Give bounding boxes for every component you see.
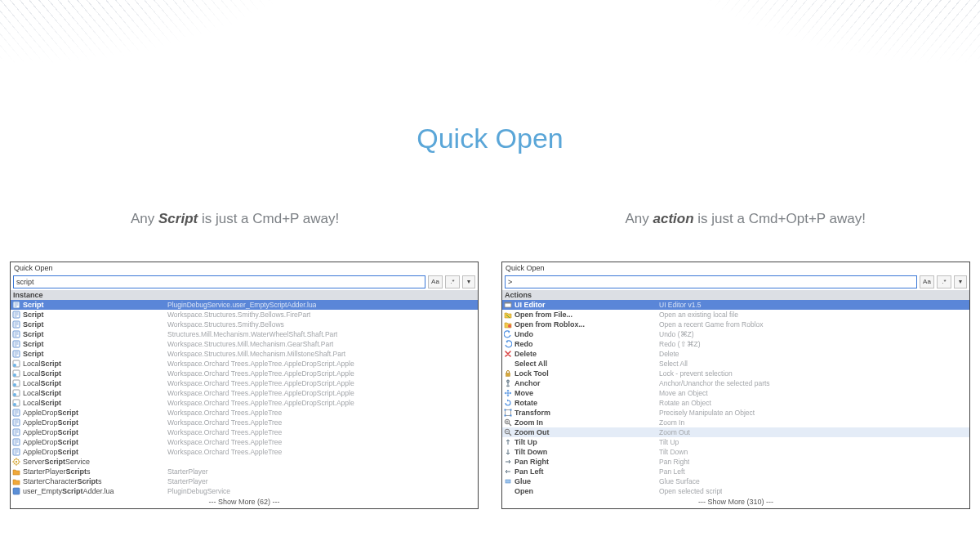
result-row[interactable]: AppleDropScriptWorkspace.Orchard Trees.A…: [11, 437, 478, 447]
result-row[interactable]: Open from File...Open an existing local …: [502, 310, 969, 320]
result-path: Zoom In: [659, 418, 684, 427]
result-row[interactable]: LocalScriptWorkspace.Orchard Trees.Apple…: [11, 359, 478, 369]
blank-icon: [504, 487, 512, 495]
emph: action: [653, 211, 694, 226]
result-row[interactable]: ScriptWorkspace.Structures.Mill.Mechanis…: [11, 349, 478, 359]
result-row[interactable]: ScriptPluginDebugService.user_EmptyScrip…: [11, 300, 478, 310]
result-row[interactable]: Tilt UpTilt Up: [502, 437, 969, 447]
zoom-in-icon: [504, 418, 512, 427]
result-row[interactable]: LocalScriptWorkspace.Orchard Trees.Apple…: [11, 369, 478, 378]
result-row[interactable]: GlueGlue Surface: [502, 476, 969, 486]
result-row[interactable]: Select AllSelect All: [502, 359, 969, 369]
result-path: Workspace.Orchard Trees.AppleTree.AppleD…: [167, 379, 354, 387]
result-row[interactable]: Open from Roblox...Open a recent Game fr…: [502, 320, 969, 329]
result-name: LocalScript: [23, 369, 61, 378]
result-row[interactable]: Pan RightPan Right: [502, 457, 969, 467]
result-name: Redo: [514, 340, 533, 348]
text: is just a Cmd+P away!: [198, 211, 339, 226]
result-row[interactable]: AppleDropScriptWorkspace.Orchard Trees.A…: [11, 427, 478, 437]
result-row[interactable]: ScriptWorkspace.Structures.Mill.Mechanis…: [11, 339, 478, 349]
pan-right-icon: [504, 458, 512, 466]
quick-open-panel-scripts: Quick Open Aa .* ▾ Instance ScriptPlugin…: [10, 262, 479, 509]
result-row[interactable]: StarterCharacterScriptsStarterPlayer: [11, 476, 478, 486]
result-name: Select All: [514, 360, 547, 368]
result-row[interactable]: TransformPrecisely Manipulate an Object: [502, 408, 969, 418]
glue-icon: [504, 477, 512, 485]
result-row[interactable]: AppleDropScriptWorkspace.Orchard Trees.A…: [11, 447, 478, 457]
result-name: Pan Right: [514, 458, 549, 466]
result-name: Lock Tool: [514, 369, 549, 378]
regex-button[interactable]: .*: [445, 275, 460, 288]
filter-dropdown-button[interactable]: ▾: [954, 275, 967, 288]
result-row[interactable]: LocalScriptWorkspace.Orchard Trees.Apple…: [11, 378, 478, 388]
result-name: Delete: [514, 350, 537, 358]
delete-icon: [504, 350, 512, 358]
result-name: Tilt Down: [514, 448, 547, 456]
match-case-button[interactable]: Aa: [428, 275, 443, 288]
text: Any: [626, 211, 653, 226]
result-row[interactable]: Lock ToolLock - prevent selection: [502, 369, 969, 378]
result-row[interactable]: RotateRotate an Object: [502, 398, 969, 408]
result-row[interactable]: Pan LeftPan Left: [502, 467, 969, 476]
result-name: Glue: [514, 477, 531, 485]
result-row[interactable]: Zoom InZoom In: [502, 418, 969, 427]
regex-button[interactable]: .*: [937, 275, 951, 288]
result-path: Workspace.Structures.Mill.Mechanism.Gear…: [167, 340, 333, 348]
result-path: Precisely Manipulate an Object: [659, 409, 755, 417]
result-name: Script: [23, 350, 44, 358]
blank-icon: [504, 360, 512, 368]
quick-open-panel-actions: Quick Open Aa .* ▾ Actions UI EditorUI E…: [501, 262, 970, 509]
script-icon: [12, 428, 20, 436]
zoom-out-icon: [504, 428, 512, 436]
tilt-down-icon: [504, 448, 512, 456]
result-path: Move an Object: [659, 389, 708, 397]
result-row[interactable]: Zoom OutZoom Out: [502, 427, 969, 437]
result-name: Open from Roblox...: [514, 320, 585, 329]
result-row[interactable]: OpenOpen selected script: [502, 486, 969, 496]
result-row[interactable]: ScriptWorkspace.Structures.Smithy.Bellow…: [11, 310, 478, 320]
result-name: AppleDropScript: [23, 409, 78, 417]
text: is just a Cmd+Opt+P away!: [694, 211, 866, 226]
result-row[interactable]: LocalScriptWorkspace.Orchard Trees.Apple…: [11, 388, 478, 398]
result-row[interactable]: RedoRedo (⇧⌘Z): [502, 339, 969, 349]
text: Any: [131, 211, 158, 226]
result-row[interactable]: MoveMove an Object: [502, 388, 969, 398]
script-icon: [12, 301, 20, 309]
script-icon: [12, 350, 20, 358]
result-row[interactable]: AppleDropScriptWorkspace.Orchard Trees.A…: [11, 418, 478, 427]
result-name: Rotate: [514, 399, 537, 407]
result-row[interactable]: ScriptStructures.Mill.Mechanism.WaterWhe…: [11, 329, 478, 339]
result-path: StarterPlayer: [167, 477, 208, 485]
result-path: Workspace.Orchard Trees.AppleTree: [167, 418, 282, 427]
page-title: Quick Open: [0, 123, 980, 154]
result-path: PluginDebugService.user_EmptyScriptAdder…: [167, 301, 316, 309]
result-row[interactable]: UI EditorUI Editor v1.5: [502, 300, 969, 310]
result-row[interactable]: user_EmptyScriptAdder.luaPluginDebugServ…: [11, 486, 478, 496]
filter-dropdown-button[interactable]: ▾: [462, 275, 475, 288]
match-case-button[interactable]: Aa: [920, 275, 934, 288]
result-row[interactable]: StarterPlayerScriptsStarterPlayer: [11, 467, 478, 476]
show-more-button[interactable]: --- Show More (310) ---: [502, 496, 969, 508]
result-path: Workspace.Orchard Trees.AppleTree: [167, 428, 282, 436]
result-row[interactable]: ServerScriptService: [11, 457, 478, 467]
result-name: AppleDropScript: [23, 448, 78, 456]
result-row[interactable]: ScriptWorkspace.Structures.Smithy.Bellow…: [11, 320, 478, 329]
result-row[interactable]: AnchorAnchor/Unanchor the selected parts: [502, 378, 969, 388]
result-path: Zoom Out: [659, 428, 690, 436]
show-more-button[interactable]: --- Show More (62) ---: [11, 496, 478, 508]
search-input[interactable]: [505, 275, 917, 288]
result-path: Undo (⌘Z): [659, 330, 694, 338]
emph: Script: [158, 211, 198, 226]
search-input[interactable]: [13, 275, 425, 288]
section-header-actions: Actions: [502, 290, 969, 300]
result-name: UI Editor: [514, 301, 546, 309]
result-path: Workspace.Structures.Smithy.Bellows: [167, 320, 284, 329]
result-row[interactable]: DeleteDelete: [502, 349, 969, 359]
result-row[interactable]: Tilt DownTilt Down: [502, 447, 969, 457]
result-row[interactable]: AppleDropScriptWorkspace.Orchard Trees.A…: [11, 408, 478, 418]
result-row[interactable]: LocalScriptWorkspace.Orchard Trees.Apple…: [11, 398, 478, 408]
result-path: Open an existing local file: [659, 311, 738, 319]
result-row[interactable]: UndoUndo (⌘Z): [502, 329, 969, 339]
result-path: Tilt Up: [659, 438, 679, 446]
subtitle-right: Any action is just a Cmd+Opt+P away!: [626, 211, 866, 227]
